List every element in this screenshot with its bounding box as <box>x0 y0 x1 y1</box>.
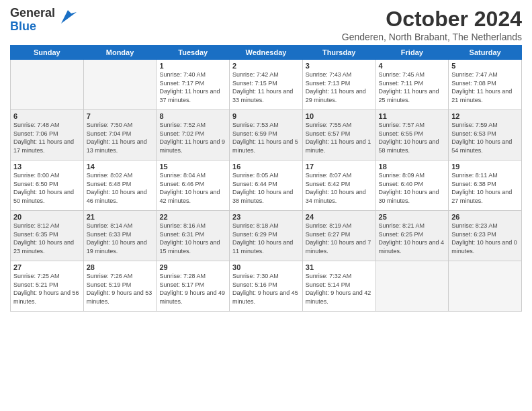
table-row: 30Sunrise: 7:30 AM Sunset: 5:16 PM Dayli… <box>230 261 303 312</box>
calendar-week-row: 13Sunrise: 8:00 AM Sunset: 6:50 PM Dayli… <box>11 161 522 211</box>
logo-text: General Blue <box>10 7 55 34</box>
calendar-table: Sunday Monday Tuesday Wednesday Thursday… <box>10 45 522 312</box>
day-info: Sunrise: 7:55 AM Sunset: 6:57 PM Dayligh… <box>306 121 373 154</box>
day-info: Sunrise: 8:23 AM Sunset: 6:23 PM Dayligh… <box>451 222 519 255</box>
day-number: 26 <box>451 213 519 221</box>
day-number: 19 <box>451 163 519 171</box>
day-number: 27 <box>13 263 81 271</box>
day-info: Sunrise: 7:50 AM Sunset: 7:04 PM Dayligh… <box>87 121 154 154</box>
day-info: Sunrise: 8:04 AM Sunset: 6:46 PM Dayligh… <box>159 171 226 205</box>
day-number: 18 <box>379 163 446 171</box>
table-row: 12Sunrise: 7:59 AM Sunset: 6:53 PM Dayli… <box>449 110 522 161</box>
table-row: 27Sunrise: 7:25 AM Sunset: 5:21 PM Dayli… <box>11 261 84 312</box>
day-info: Sunrise: 7:53 AM Sunset: 6:59 PM Dayligh… <box>232 121 300 154</box>
day-info: Sunrise: 8:18 AM Sunset: 6:29 PM Dayligh… <box>232 222 300 255</box>
table-row: 3Sunrise: 7:43 AM Sunset: 7:13 PM Daylig… <box>302 60 375 110</box>
day-number: 22 <box>159 213 226 221</box>
day-info: Sunrise: 8:21 AM Sunset: 6:25 PM Dayligh… <box>379 222 446 255</box>
svg-marker-0 <box>61 10 77 24</box>
table-row: 18Sunrise: 8:09 AM Sunset: 6:40 PM Dayli… <box>375 161 449 211</box>
table-row: 2Sunrise: 7:42 AM Sunset: 7:15 PM Daylig… <box>230 60 303 110</box>
day-number: 15 <box>159 163 226 171</box>
day-info: Sunrise: 7:57 AM Sunset: 6:55 PM Dayligh… <box>379 121 446 154</box>
subtitle: Genderen, North Brabant, The Netherlands <box>342 32 522 42</box>
table-row: 11Sunrise: 7:57 AM Sunset: 6:55 PM Dayli… <box>375 110 449 161</box>
header-saturday: Saturday <box>449 46 522 60</box>
day-number: 20 <box>13 213 81 221</box>
table-row: 8Sunrise: 7:52 AM Sunset: 7:02 PM Daylig… <box>157 110 230 161</box>
day-info: Sunrise: 7:47 AM Sunset: 7:08 PM Dayligh… <box>451 71 519 104</box>
day-number: 16 <box>232 163 300 171</box>
day-info: Sunrise: 7:43 AM Sunset: 7:13 PM Dayligh… <box>306 71 373 104</box>
day-number: 4 <box>379 62 446 70</box>
day-info: Sunrise: 7:52 AM Sunset: 7:02 PM Dayligh… <box>159 121 226 154</box>
table-row: 26Sunrise: 8:23 AM Sunset: 6:23 PM Dayli… <box>449 211 522 261</box>
day-number: 8 <box>159 112 226 120</box>
title-block: October 2024 Genderen, North Brabant, Th… <box>342 7 522 42</box>
day-number: 13 <box>13 163 81 171</box>
day-info: Sunrise: 7:59 AM Sunset: 6:53 PM Dayligh… <box>451 121 519 154</box>
day-info: Sunrise: 8:12 AM Sunset: 6:35 PM Dayligh… <box>13 222 81 255</box>
day-number: 31 <box>306 263 373 271</box>
table-row: 28Sunrise: 7:26 AM Sunset: 5:19 PM Dayli… <box>83 261 157 312</box>
logo-general: General <box>10 6 55 19</box>
header-tuesday: Tuesday <box>157 46 230 60</box>
day-number: 6 <box>13 112 81 120</box>
table-row: 10Sunrise: 7:55 AM Sunset: 6:57 PM Dayli… <box>302 110 375 161</box>
day-number: 7 <box>87 112 154 120</box>
day-number: 9 <box>232 112 300 120</box>
day-number: 3 <box>306 62 373 70</box>
day-info: Sunrise: 8:05 AM Sunset: 6:44 PM Dayligh… <box>232 171 300 205</box>
table-row: 1Sunrise: 7:40 AM Sunset: 7:17 PM Daylig… <box>157 60 230 110</box>
header-thursday: Thursday <box>302 46 375 60</box>
month-title: October 2024 <box>342 7 522 32</box>
day-number: 12 <box>451 112 519 120</box>
header-friday: Friday <box>375 46 449 60</box>
day-number: 25 <box>379 213 446 221</box>
table-row: 7Sunrise: 7:50 AM Sunset: 7:04 PM Daylig… <box>83 110 157 161</box>
day-info: Sunrise: 8:14 AM Sunset: 6:33 PM Dayligh… <box>87 222 154 255</box>
day-number: 24 <box>306 213 373 221</box>
day-info: Sunrise: 7:26 AM Sunset: 5:19 PM Dayligh… <box>87 272 154 306</box>
day-info: Sunrise: 7:32 AM Sunset: 5:14 PM Dayligh… <box>306 272 373 306</box>
table-row: 24Sunrise: 8:19 AM Sunset: 6:27 PM Dayli… <box>302 211 375 261</box>
day-number: 5 <box>451 62 519 70</box>
table-row: 25Sunrise: 8:21 AM Sunset: 6:25 PM Dayli… <box>375 211 449 261</box>
table-row: 14Sunrise: 8:02 AM Sunset: 6:48 PM Dayli… <box>83 161 157 211</box>
day-number: 17 <box>306 163 373 171</box>
day-number: 1 <box>159 62 226 70</box>
day-number: 11 <box>379 112 446 120</box>
day-info: Sunrise: 7:25 AM Sunset: 5:21 PM Dayligh… <box>13 272 81 306</box>
table-row: 20Sunrise: 8:12 AM Sunset: 6:35 PM Dayli… <box>11 211 84 261</box>
header-wednesday: Wednesday <box>230 46 303 60</box>
day-number: 21 <box>87 213 154 221</box>
table-row: 9Sunrise: 7:53 AM Sunset: 6:59 PM Daylig… <box>230 110 303 161</box>
header-monday: Monday <box>83 46 157 60</box>
day-info: Sunrise: 7:45 AM Sunset: 7:11 PM Dayligh… <box>379 71 446 104</box>
calendar-week-row: 20Sunrise: 8:12 AM Sunset: 6:35 PM Dayli… <box>11 211 522 261</box>
day-info: Sunrise: 8:16 AM Sunset: 6:31 PM Dayligh… <box>159 222 226 255</box>
table-row: 5Sunrise: 7:47 AM Sunset: 7:08 PM Daylig… <box>449 60 522 110</box>
day-info: Sunrise: 8:11 AM Sunset: 6:38 PM Dayligh… <box>451 171 519 205</box>
day-number: 14 <box>87 163 154 171</box>
day-info: Sunrise: 7:42 AM Sunset: 7:15 PM Dayligh… <box>232 71 300 104</box>
calendar-week-row: 1Sunrise: 7:40 AM Sunset: 7:17 PM Daylig… <box>11 60 522 110</box>
logo-icon <box>58 7 78 27</box>
day-number: 28 <box>87 263 154 271</box>
table-row: 19Sunrise: 8:11 AM Sunset: 6:38 PM Dayli… <box>449 161 522 211</box>
table-row <box>375 261 449 312</box>
day-number: 10 <box>306 112 373 120</box>
table-row <box>83 60 157 110</box>
table-row: 6Sunrise: 7:48 AM Sunset: 7:06 PM Daylig… <box>11 110 84 161</box>
logo-blue: Blue <box>10 19 36 33</box>
table-row <box>449 261 522 312</box>
day-info: Sunrise: 7:40 AM Sunset: 7:17 PM Dayligh… <box>159 71 226 104</box>
table-row: 4Sunrise: 7:45 AM Sunset: 7:11 PM Daylig… <box>375 60 449 110</box>
table-row: 21Sunrise: 8:14 AM Sunset: 6:33 PM Dayli… <box>83 211 157 261</box>
day-number: 2 <box>232 62 300 70</box>
day-number: 30 <box>232 263 300 271</box>
logo: General Blue <box>10 7 78 34</box>
table-row: 15Sunrise: 8:04 AM Sunset: 6:46 PM Dayli… <box>157 161 230 211</box>
day-info: Sunrise: 8:02 AM Sunset: 6:48 PM Dayligh… <box>87 171 154 205</box>
header: General Blue October 2024 Genderen, Nort… <box>10 7 522 42</box>
